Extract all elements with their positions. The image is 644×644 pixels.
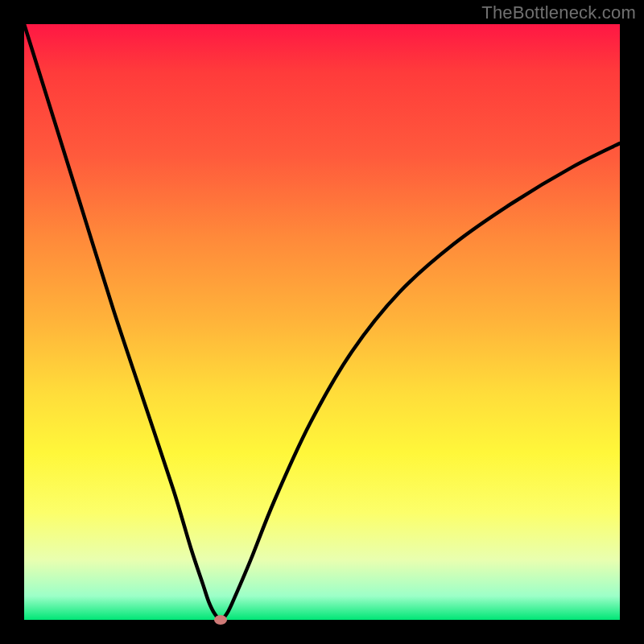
plot-area <box>24 24 620 620</box>
bottleneck-curve <box>24 24 620 620</box>
chart-frame: TheBottleneck.com <box>0 0 644 644</box>
watermark-text: TheBottleneck.com <box>481 2 636 23</box>
optimal-point-marker <box>214 615 227 625</box>
